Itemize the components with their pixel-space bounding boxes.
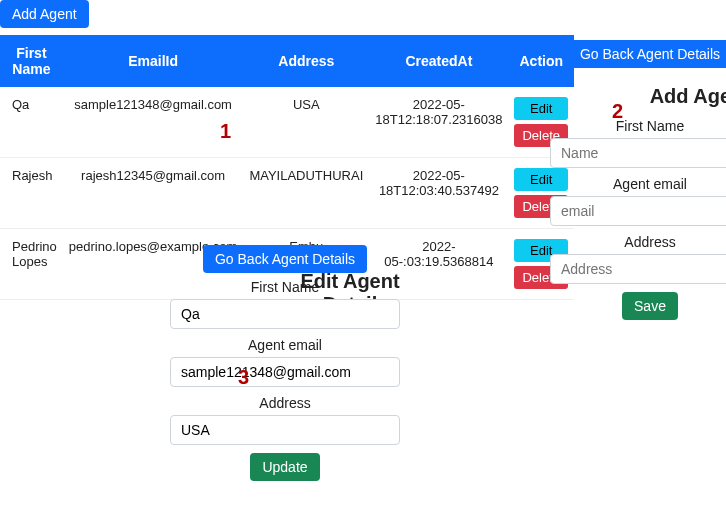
annotation-marker-3: 3 [238, 366, 249, 389]
cell-first-name: Qa [0, 87, 63, 158]
update-button[interactable]: Update [250, 453, 319, 481]
cell-first-name: Pedrino Lopes [0, 229, 63, 300]
add-address-label: Address [550, 234, 726, 250]
edit-email-label: Agent email [170, 337, 400, 353]
table-row: Rajesh rajesh12345@gmail.com MAYILADUTHU… [0, 158, 574, 229]
add-agent-title: Add Agent [550, 84, 726, 108]
go-back-button[interactable]: Go Back Agent Details [203, 245, 367, 273]
cell-email: rajesh12345@gmail.com [63, 158, 244, 229]
col-address: Address [243, 35, 369, 87]
add-email-label: Agent email [550, 176, 726, 192]
go-back-button[interactable]: Go Back Agent Details [568, 40, 726, 68]
add-firstname-input[interactable] [550, 138, 726, 168]
add-agent-panel: Go Back Agent Details Add Agent First Na… [550, 40, 726, 320]
edit-email-input[interactable] [170, 357, 400, 387]
col-created: CreatedAt [369, 35, 508, 87]
cell-first-name: Rajesh [0, 158, 63, 229]
add-agent-button[interactable]: Add Agent [0, 0, 89, 28]
add-firstname-label: First Name [550, 118, 726, 134]
edit-address-input[interactable] [170, 415, 400, 445]
save-button[interactable]: Save [622, 292, 678, 320]
cell-created: 2022-05-18T12:03:40.537492 [369, 158, 508, 229]
cell-created: 2022-05-18T12:18:07.2316038 [369, 87, 508, 158]
add-address-input[interactable] [550, 254, 726, 284]
cell-address: MAYILADUTHURAI [243, 158, 369, 229]
add-email-input[interactable] [550, 196, 726, 226]
annotation-marker-1: 1 [220, 120, 231, 143]
table-row: Qa sample121348@gmail.com USA 2022-05-18… [0, 87, 574, 158]
col-first-name: First Name [0, 35, 63, 87]
edit-firstname-input[interactable] [170, 299, 400, 329]
edit-firstname-label: First Name [170, 279, 400, 295]
cell-address: USA [243, 87, 369, 158]
edit-agent-panel: Go Back Agent Details First Name Agent e… [170, 245, 400, 481]
annotation-marker-2: 2 [612, 100, 623, 123]
col-email: EmailId [63, 35, 244, 87]
cell-email: sample121348@gmail.com [63, 87, 244, 158]
edit-address-label: Address [170, 395, 400, 411]
